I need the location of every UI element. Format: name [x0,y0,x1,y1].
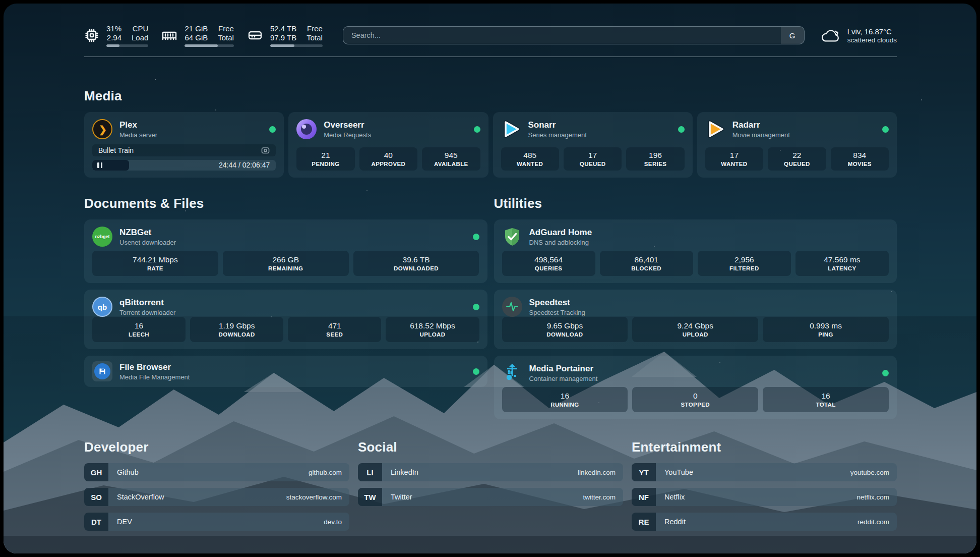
status-online-dot [882,370,889,376]
nzbget-icon: nzbget [92,227,112,247]
app-name: Radarr [732,120,790,130]
app-card-portainer[interactable]: Media Portainer Container management 16 … [494,356,897,419]
pause-icon[interactable] [97,162,102,168]
stat-upload: 9.24 Gbps UPLOAD [632,317,758,342]
stat-queued: 17 QUEUED [564,147,622,171]
bookmark-linkedin[interactable]: LI LinkedIn linkedin.com [358,463,623,481]
app-name: Sonarr [528,120,587,130]
app-name: Overseerr [324,120,371,130]
stat-leech: 16 LEECH [92,317,186,342]
cloud-icon [820,27,841,44]
stat-wanted: 17 WANTED [705,147,763,171]
filebrowser-icon [92,361,112,381]
app-name: Media Portainer [529,364,598,374]
disk-free-value: 52.4 TB [270,24,296,33]
status-online-dot [269,126,276,133]
sonarr-icon [501,119,521,139]
now-playing-row: Bullet Train [92,144,276,156]
stat-filtered: 2,956 FILTERED [698,251,791,276]
cpu-percent: 31% [106,24,121,33]
memory-stat: 21 GiB 64 GiB Free Total [161,24,234,47]
section-title-entertainment: Entertainment [632,439,897,455]
bookmark-twitter[interactable]: TW Twitter twitter.com [358,488,623,506]
dashboard-screen: 31% 2.94 CPU Load [4,4,976,553]
app-card-qbittorrent[interactable]: qb qBittorrent Torrent downloader 16 LEE… [84,290,487,349]
status-online-dot [473,368,479,375]
cpu-progress [106,44,148,47]
search-engine-button[interactable]: G [781,27,804,44]
stat-ping: 0.993 ms PING [763,317,889,342]
radarr-icon [705,119,725,139]
bookmark-reddit[interactable]: RE Reddit reddit.com [632,513,897,531]
section-title-documents: Documents & Files [84,196,487,211]
app-card-radarr[interactable]: Radarr Movie management 17 WANTED 22 QUE… [697,112,897,178]
app-name: File Browser [119,362,190,372]
app-card-overseerr[interactable]: Overseerr Media Requests 21 PENDING 40 A… [288,112,488,178]
stat-rate: 744.21 Mbps RATE [92,251,218,276]
app-description: Usenet downloader [119,239,176,246]
app-name: AdGuard Home [529,228,592,238]
app-description: Media Requests [324,131,371,139]
stat-available: 945 AVAILABLE [422,147,480,171]
search-input[interactable] [343,27,781,44]
storage-progress [270,44,323,47]
app-description: Container management [529,375,598,382]
app-name: Plex [119,120,157,130]
cpu-load-label: Load [132,33,148,42]
app-card-speedtest[interactable]: Speedtest Speedtest Tracking 9.65 Gbps D… [494,290,897,349]
app-description: Series management [528,131,587,139]
stat-remaining: 266 GB REMAINING [223,251,349,276]
ram-total-value: 64 GiB [185,33,208,42]
bookmark-youtube[interactable]: YT YouTube youtube.com [632,463,897,481]
app-card-nzbget[interactable]: nzbget NZBGet Usenet downloader 744.21 M… [84,219,487,283]
bookmark-netflix[interactable]: NF Netflix netflix.com [632,488,897,506]
weather-location-temp: Lviv, 16.87°C [847,27,897,36]
app-description: Torrent downloader [119,309,175,316]
bookmarks-row: Developer GH Github github.com SO StackO… [84,439,897,537]
stat-downloaded: 39.6 TB DOWNLOADED [353,251,479,276]
qbittorrent-icon: qb [92,297,112,317]
cpu-load-value: 2.94 [107,33,121,42]
section-title-social: Social [358,439,623,455]
stat-total: 16 TOTAL [763,387,889,412]
stat-upload: 618.52 Mbps UPLOAD [386,317,479,342]
adguard-icon [502,227,522,247]
cpu-stat: 31% 2.94 CPU Load [84,24,148,47]
disk-total-value: 97.9 TB [270,33,296,42]
overseerr-icon [296,119,317,139]
header-divider [84,57,897,57]
stat-pending: 21 PENDING [296,147,354,171]
bookmark-stackoverflow[interactable]: SO StackOverflow stackoverflow.com [84,488,349,506]
ram-free-value: 21 GiB [185,24,208,33]
playback-time: 24:44 / 02:06:47 [219,161,270,169]
weather-widget: Lviv, 16.87°C scattered clouds [820,27,897,44]
stat-blocked: 86,401 BLOCKED [600,251,693,276]
now-playing-title: Bullet Train [98,146,134,154]
app-card-filebrowser[interactable]: File Browser Media File Management [84,356,487,387]
status-online-dot [474,126,480,133]
app-name: NZBGet [119,228,176,238]
camera-icon[interactable] [261,146,270,154]
app-name: Speedtest [529,298,585,308]
bookmark-dev[interactable]: DT DEV dev.to [84,513,349,531]
cpu-label: CPU [133,24,149,33]
app-card-adguard[interactable]: AdGuard Home DNS and adblocking 498,564 … [494,219,897,283]
status-online-dot [473,304,479,310]
bookmark-github[interactable]: GH Github github.com [84,463,349,481]
stat-queries: 498,564 QUERIES [502,251,595,276]
stat-download: 1.19 Gbps DOWNLOAD [190,317,283,342]
stat-download: 9.65 Gbps DOWNLOAD [502,317,628,342]
section-title-media: Media [84,88,897,104]
portainer-icon [502,363,522,383]
storage-icon [247,27,263,43]
disk-free-label: Free [307,24,323,33]
ram-free-label: Free [218,24,234,33]
stat-approved: 40 APPROVED [359,147,417,171]
cpu-icon [84,28,99,43]
stat-stopped: 0 STOPPED [632,387,758,412]
stat-latency: 47.569 ms LATENCY [795,251,889,276]
speedtest-icon [502,297,522,317]
app-card-sonarr[interactable]: Sonarr Series management 485 WANTED 17 Q… [493,112,693,178]
stat-wanted: 485 WANTED [501,147,559,171]
app-card-plex[interactable]: ❯ Plex Media server Bullet Train [84,112,284,178]
